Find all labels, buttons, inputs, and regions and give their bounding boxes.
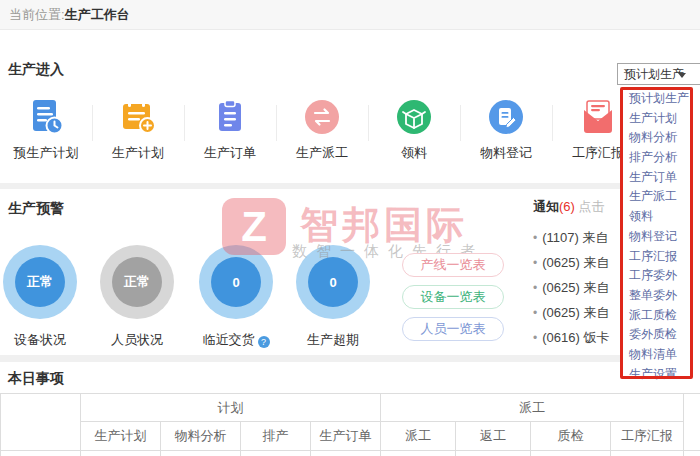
production-line-list-button[interactable]: 产线一览表 bbox=[402, 253, 504, 277]
breadcrumb-label: 当前位置: bbox=[9, 7, 65, 22]
dropdown-option[interactable]: 派工质检 bbox=[622, 306, 700, 326]
table-corner-cell bbox=[1, 394, 81, 451]
dropdown-option[interactable]: 委外质检 bbox=[622, 325, 700, 345]
dropdown-option[interactable]: 领料 bbox=[622, 207, 700, 227]
entry-item-label: 生产计划 bbox=[92, 144, 184, 162]
divider bbox=[368, 105, 369, 141]
gauge-overdue-production[interactable]: 0 bbox=[296, 245, 370, 319]
table-col-process-report: 工序汇报 bbox=[611, 422, 684, 451]
table-col-production-plan: 生产计划 bbox=[81, 422, 161, 451]
today-items-table: 计划 派工 生产计划 物料分析 排产 生产订单 派工 返工 质检 工序汇报 bbox=[0, 393, 700, 456]
table-group-dispatch: 派工 bbox=[381, 394, 684, 422]
calendar-plus-icon bbox=[92, 97, 184, 137]
gauge-label-equipment: 设备状况 bbox=[0, 331, 85, 349]
table-group-plan: 计划 bbox=[81, 394, 381, 422]
table-col-material-analysis: 物料分析 bbox=[161, 422, 241, 451]
gauge-label-overdue: 生产超期 bbox=[288, 331, 378, 349]
table-row bbox=[1, 451, 700, 456]
chevron-down-icon bbox=[678, 73, 686, 78]
brand-watermark: 智邦国际 bbox=[300, 200, 468, 251]
breadcrumb-current: 生产工作台 bbox=[65, 7, 130, 22]
open-box-icon bbox=[368, 97, 460, 137]
transfer-arrows-icon bbox=[276, 97, 368, 137]
table-col-scheduling: 排产 bbox=[241, 422, 311, 451]
dropdown-option[interactable]: 物料清单 bbox=[622, 345, 700, 365]
gauge-near-delivery[interactable]: 0 bbox=[199, 245, 273, 319]
gauge-value: 0 bbox=[308, 257, 358, 307]
doc-pen-icon bbox=[460, 97, 552, 137]
notice-hint[interactable]: 点击 bbox=[579, 199, 605, 214]
section-title-production-entry: 生产进入 bbox=[8, 61, 64, 79]
table-col-production-order: 生产订单 bbox=[311, 422, 381, 451]
dropdown-option[interactable]: 物料分析 bbox=[622, 128, 700, 148]
table-cell-clipped bbox=[684, 394, 700, 451]
gauge-label-staff: 人员状况 bbox=[92, 331, 182, 349]
section-divider bbox=[0, 355, 700, 362]
entry-item-label: 领料 bbox=[368, 144, 460, 162]
entry-item-material-register[interactable]: 物料登记 bbox=[460, 97, 552, 162]
notice-title: 通知 bbox=[533, 199, 559, 214]
entry-item-production-plan[interactable]: 生产计划 bbox=[92, 97, 184, 162]
dropdown-option[interactable]: 物料登记 bbox=[622, 227, 700, 247]
breadcrumb: 当前位置:生产工作台 bbox=[0, 0, 700, 30]
entry-item-material-picking[interactable]: 领料 bbox=[368, 97, 460, 162]
select-value: 预计划生产 bbox=[624, 67, 684, 81]
section-divider bbox=[0, 183, 700, 189]
dropdown-option[interactable]: 生产订单 bbox=[622, 168, 700, 188]
entry-item-label: 物料登记 bbox=[460, 144, 552, 162]
entry-item-production-order[interactable]: 生产订单 bbox=[184, 97, 276, 162]
entry-item-pre-production-plan[interactable]: 预生产计划 bbox=[0, 97, 92, 162]
dropdown-option[interactable]: 生产派工 bbox=[622, 187, 700, 207]
section-title-today-items: 本日事项 bbox=[8, 370, 64, 388]
dropdown-option[interactable]: 工序委外 bbox=[622, 266, 700, 286]
gauge-equipment-status[interactable]: 正常 bbox=[3, 245, 77, 319]
gauge-value: 0 bbox=[211, 257, 261, 307]
gauge-label-near-delivery: 临近交货? bbox=[191, 331, 281, 349]
divider bbox=[552, 105, 553, 141]
divider bbox=[184, 105, 185, 141]
info-icon[interactable]: ? bbox=[258, 336, 270, 348]
section-title-production-alert: 生产预警 bbox=[8, 200, 64, 218]
equipment-list-button[interactable]: 设备一览表 bbox=[402, 285, 504, 309]
gauge-value: 正常 bbox=[112, 257, 162, 307]
entry-item-production-dispatch[interactable]: 生产派工 bbox=[276, 97, 368, 162]
entry-item-label: 预生产计划 bbox=[0, 144, 92, 162]
divider bbox=[276, 105, 277, 141]
dropdown-option[interactable]: 工序汇报 bbox=[622, 247, 700, 267]
doc-clock-icon bbox=[0, 97, 92, 137]
gauge-value: 正常 bbox=[15, 257, 65, 307]
table-col-quality-check: 质检 bbox=[531, 422, 611, 451]
dropdown-option[interactable]: 预计划生产 bbox=[622, 89, 700, 109]
table-col-dispatch: 派工 bbox=[381, 422, 456, 451]
table-col-rework: 返工 bbox=[456, 422, 531, 451]
notice-count-badge: (6) bbox=[559, 199, 575, 214]
divider bbox=[92, 105, 93, 141]
entry-item-label: 生产派工 bbox=[276, 144, 368, 162]
clipboard-icon bbox=[184, 97, 276, 137]
dropdown-option[interactable]: 排产分析 bbox=[622, 148, 700, 168]
entry-item-label: 生产订单 bbox=[184, 144, 276, 162]
staff-list-button[interactable]: 人员一览表 bbox=[402, 317, 504, 341]
module-dropdown-list: 预计划生产 生产计划 物料分析 排产分析 生产订单 生产派工 领料 物料登记 工… bbox=[622, 89, 700, 385]
dropdown-option[interactable]: 生产设置 bbox=[622, 365, 700, 385]
workbench-module-select[interactable]: 预计划生产 bbox=[617, 63, 700, 85]
dropdown-option[interactable]: 整单委外 bbox=[622, 286, 700, 306]
production-workbench-page: 当前位置:生产工作台 生产进入 预生产计划 bbox=[0, 0, 700, 456]
gauge-staff-status[interactable]: 正常 bbox=[100, 245, 174, 319]
dropdown-option[interactable]: 生产计划 bbox=[622, 109, 700, 129]
divider bbox=[460, 105, 461, 141]
